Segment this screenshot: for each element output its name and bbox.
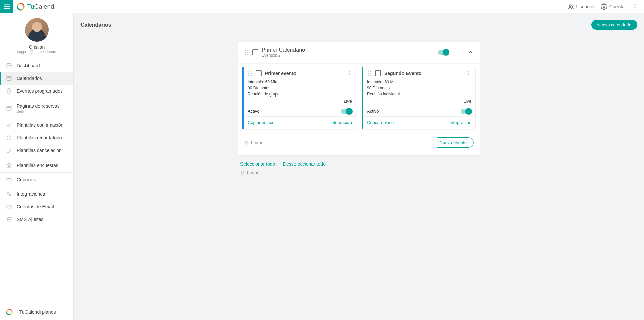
sidebar-item-plant-enc[interactable]: Plantillas encuestas (0, 159, 73, 172)
svg-point-31 (248, 75, 249, 76)
calendar-body: Primer evento Intervalo: 60 Min 90 Día a… (238, 63, 480, 155)
svg-rect-8 (7, 89, 11, 93)
event-card: Primer evento Intervalo: 60 Min 90 Día a… (242, 67, 356, 129)
svg-rect-9 (7, 106, 11, 110)
copy-link[interactable]: Copiar enlace (367, 120, 394, 125)
new-calendar-button[interactable]: Nuevo calendario (591, 20, 637, 30)
event-more[interactable] (466, 71, 471, 76)
event-toggle[interactable] (461, 109, 471, 114)
sidebar-item-plant-canc[interactable]: Plantillas cancelación (0, 144, 73, 157)
sidebar-item-integraciones[interactable]: Integraciones (0, 188, 73, 200)
svg-point-44 (468, 74, 469, 75)
topbar-more[interactable] (631, 2, 639, 12)
svg-point-32 (251, 75, 252, 76)
logo-icon (17, 3, 25, 11)
event-checkbox[interactable] (256, 70, 262, 76)
sidebar-item-sms[interactable]: SMS Ajustes (0, 213, 73, 226)
hamburger-icon (3, 3, 10, 10)
bulk-delete[interactable]: borrar (240, 170, 480, 175)
users-label: Usuarios (576, 4, 595, 9)
calendar-subtitle: Eventos: 2 (262, 53, 435, 58)
event-active-label: Activo (367, 109, 379, 114)
sidebar: Cristian support@tucalendi.com Dashboard… (0, 13, 74, 320)
profile-block: Cristian support@tucalendi.com (0, 13, 73, 58)
sidebar-item-dashboard[interactable]: Dashboard (0, 59, 73, 72)
svg-point-42 (468, 71, 469, 72)
integration-link[interactable]: Integración (330, 120, 352, 125)
clipboard-icon (6, 88, 12, 94)
event-more[interactable] (346, 71, 352, 76)
clock-icon (6, 135, 12, 141)
integration-link[interactable]: Integración (450, 120, 471, 125)
sidebar-item-cupones[interactable]: Cupones (0, 173, 73, 186)
svg-point-34 (349, 73, 350, 74)
users-icon (568, 3, 574, 10)
event-info: Intervalo: 60 Min 90 Día antes Reunión d… (244, 79, 356, 99)
sidebar-item-cuentas-email[interactable]: Cuentas de Email (0, 200, 73, 213)
calendar-delete[interactable]: borrar (244, 140, 263, 145)
nav-label: SMS Ajustes (17, 216, 43, 222)
svg-point-38 (368, 73, 369, 74)
events-row: Primer evento Intervalo: 60 Min 90 Día a… (242, 67, 476, 129)
nav-label: Páginas de reservas Beta (17, 103, 60, 114)
ticket-icon (6, 177, 12, 183)
sidebar-item-plant-rec[interactable]: Plantillas recordatorio (0, 131, 73, 144)
svg-point-33 (349, 71, 350, 72)
svg-point-3 (635, 4, 636, 5)
calendar-toggle[interactable] (438, 50, 449, 55)
svg-point-28 (251, 71, 252, 72)
svg-point-24 (459, 50, 460, 51)
calendar-checkbox[interactable] (252, 49, 258, 55)
svg-point-37 (370, 71, 371, 72)
page-title: Calendarios (80, 22, 111, 28)
new-event-button[interactable]: Nuevo evento (433, 137, 474, 148)
event-checkbox[interactable] (375, 70, 381, 76)
drag-handle[interactable] (248, 70, 252, 76)
menu-toggle[interactable] (0, 0, 13, 13)
sidebar-item-eventos[interactable]: Eventos programados (0, 85, 73, 98)
svg-point-13 (10, 194, 11, 196)
drag-handle[interactable] (367, 70, 372, 76)
svg-point-35 (349, 74, 350, 75)
event-card: Segundo Evento Intervalo: 60 Min 90 Día … (362, 67, 476, 129)
sidebar-footer-plans[interactable]: TuCalendi planes (0, 304, 73, 320)
deselect-all-link[interactable]: Desseleccionar todo (283, 161, 326, 167)
calendar-collapse[interactable] (468, 49, 474, 55)
svg-point-17 (10, 219, 10, 220)
svg-point-0 (569, 5, 571, 6)
nav-label: Plantillas recordatorio (17, 135, 62, 141)
select-all-link[interactable]: Seleccionar todo (240, 161, 275, 167)
chat-icon (6, 216, 12, 222)
event-title: Primer evento (265, 71, 343, 76)
topbar-actions: Usuarios Cuenta (568, 2, 644, 12)
svg-point-18 (245, 50, 246, 51)
event-active-label: Activo (248, 109, 259, 114)
nav-label: Cupones (17, 177, 36, 183)
copy-link[interactable]: Copiar enlace (248, 120, 274, 125)
event-toggle[interactable] (341, 109, 352, 114)
nav-label: Plantillas cancelación (17, 147, 62, 153)
event-info: Intervalo: 60 Min 90 Día antes Reunión i… (363, 79, 475, 99)
eraser-icon (6, 148, 12, 154)
nav-label: Eventos programados (17, 88, 63, 94)
users-link[interactable]: Usuarios (568, 3, 595, 10)
sidebar-item-plant-conf[interactable]: Plantillas confirmación (0, 119, 73, 131)
svg-point-12 (8, 193, 9, 194)
app-logo[interactable]: TuCalendi (17, 3, 56, 11)
account-link[interactable]: Cuenta (601, 3, 625, 10)
gear-icon (601, 3, 607, 10)
calendar-icon (6, 75, 12, 81)
drag-handle[interactable] (244, 49, 249, 55)
svg-rect-11 (7, 178, 11, 181)
svg-point-5 (635, 7, 636, 8)
dashboard-icon (6, 63, 12, 69)
sidebar-item-calendarios[interactable]: Calendarios (0, 72, 73, 85)
calendar-more[interactable] (456, 50, 462, 55)
main: Calendarios Nuevo calendario Primer Cale… (74, 13, 644, 320)
avatar[interactable] (25, 18, 49, 42)
nav-label: Plantillas confirmación (17, 122, 63, 128)
account-label: Cuenta (609, 4, 625, 9)
trash-icon (244, 140, 249, 145)
svg-point-19 (247, 50, 248, 51)
sidebar-item-paginas[interactable]: Páginas de reservas Beta (0, 100, 73, 117)
